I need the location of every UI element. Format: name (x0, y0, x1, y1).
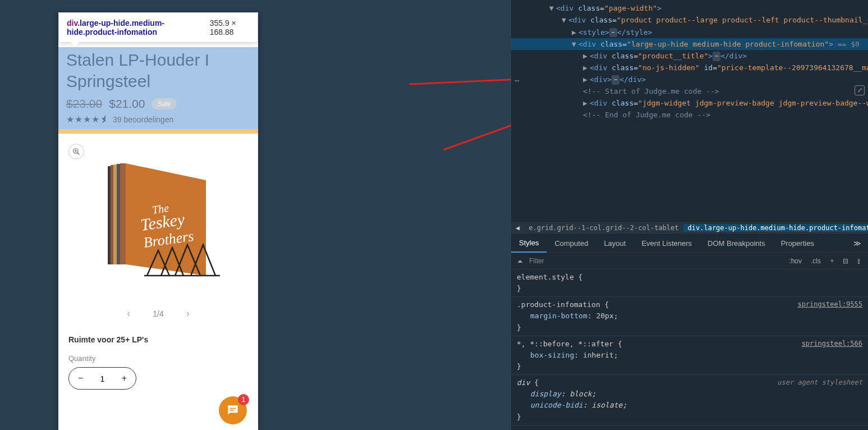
breadcrumb-item-active[interactable]: div.large-up-hide.medium-hide.product-in… (683, 224, 868, 232)
review-count: 39 beoordelingen (113, 115, 173, 124)
filter-input[interactable]: Filter (529, 257, 782, 265)
gallery-pager: ‹ 1/4 › (68, 308, 248, 319)
product-gallery: The Teskey Brothers ‹ 1/4 › (58, 134, 258, 330)
dom-node-selected[interactable]: ▼<div class="large-up-hide medium-hide p… (511, 38, 868, 50)
breadcrumb-scroll-left-icon[interactable]: ◀ (511, 224, 524, 232)
product-title: Stalen LP-Houder I Springsteel (66, 49, 250, 92)
tooltip-dimensions: 355.9 × 168.88 (210, 19, 250, 36)
sale-badge: Sale (151, 98, 176, 109)
ua-stylesheet-label: user agent stylesheet (777, 377, 862, 388)
svg-rect-8 (120, 163, 126, 264)
quantity-stepper: − 1 + (68, 367, 136, 390)
filter-icon: ⏶ (516, 257, 525, 265)
dom-node[interactable]: ▶<div>⋯</div> (511, 74, 868, 85)
svg-rect-14 (230, 410, 235, 411)
mobile-viewport: Stalen LP-Houder I Springsteel $23.00 $2… (58, 12, 258, 430)
dom-breadcrumb[interactable]: ◀ e.grid.grid--1-col.grid--2-col-tablet … (511, 221, 868, 235)
hov-toggle[interactable]: :hov (787, 257, 804, 265)
scroll-into-view-icon[interactable]: ⤢ (855, 85, 865, 95)
devtools-panel: ⋯ ⤢ ▼<div class="page-width"> ▼<div clas… (511, 0, 868, 430)
style-rule[interactable]: element.style { } (511, 269, 868, 297)
dom-comment: <!-- Start of Judge.me code --> (511, 85, 868, 97)
breadcrumb-item[interactable]: e.grid.grid--1-col.grid--2-col-tablet (524, 224, 683, 232)
dom-node[interactable]: ▶<div class="no-js-hidden" id="price-tem… (511, 62, 868, 74)
rating-row[interactable]: ★★★★⯨ 39 beoordelingen (66, 114, 250, 125)
tab-event-listeners[interactable]: Event Listeners (633, 235, 700, 253)
qty-increase-button[interactable]: + (122, 373, 127, 383)
dom-node[interactable]: ▼<div class="page-width"> (511, 2, 868, 14)
tab-styles[interactable]: Styles (511, 235, 546, 253)
inherited-from: Inherited from div.product.product--larg… (511, 426, 868, 430)
computed-toggle-icon[interactable]: ⊟ (841, 257, 850, 265)
styles-pane[interactable]: element.style { } springsteel:9555 .prod… (511, 269, 868, 430)
price-row: $23.00 $21.00 Sale (66, 97, 250, 111)
rendering-panel-icon[interactable]: ⫿ (855, 257, 864, 265)
tab-computed[interactable]: Computed (546, 235, 596, 253)
dom-comment: <!-- End of Judge.me code --> (511, 109, 868, 121)
styles-tabs: Styles Computed Layout Event Listeners D… (511, 235, 868, 253)
tooltip-selector: div.large-up-hide.medium-hide.product-in… (67, 19, 210, 36)
svg-rect-13 (230, 408, 236, 409)
dom-node[interactable]: ▼<div class="product product--large prod… (511, 14, 868, 26)
page-indicator: 1/4 (153, 309, 163, 318)
price-old: $23.00 (66, 97, 102, 111)
style-rule[interactable]: springsteel:566 *, *::before, *::after {… (511, 336, 868, 375)
tab-properties[interactable]: Properties (773, 235, 822, 253)
elements-dom-tree[interactable]: ⋯ ⤢ ▼<div class="page-width"> ▼<div clas… (511, 0, 868, 221)
styles-filter-bar: ⏶ Filter :hov .cls ＋ ⊟ ⫿ (511, 253, 868, 269)
ellipsis-icon[interactable]: ⋯ (609, 28, 617, 37)
tabs-overflow-icon[interactable]: ≫ (847, 239, 868, 248)
style-rule[interactable]: user agent stylesheet div { display: blo… (511, 375, 868, 426)
product-image[interactable]: The Teskey Brothers (80, 144, 237, 301)
svg-line-1 (77, 153, 80, 155)
quantity-label: Quantity (58, 344, 258, 367)
dom-node[interactable]: ▶<div class="product__title">⋯</div> (511, 50, 868, 62)
tab-dom-breakpoints[interactable]: DOM Breakpoints (700, 235, 773, 253)
ellipsis-icon[interactable]: ⋯ (713, 52, 720, 61)
tab-layout[interactable]: Layout (596, 235, 633, 253)
inspect-tooltip: div.large-up-hide.medium-hide.product-in… (58, 12, 258, 43)
chat-badge: 1 (238, 394, 249, 405)
next-arrow-icon[interactable]: › (186, 308, 190, 319)
inspector-highlight: Stalen LP-Houder I Springsteel $23.00 $2… (58, 47, 258, 134)
dom-node[interactable]: ▶<div class="jdgm-widget jdgm-preview-ba… (511, 97, 868, 109)
ellipsis-icon[interactable]: ⋯ (612, 75, 619, 84)
star-icons: ★★★★⯨ (66, 114, 109, 125)
prev-arrow-icon[interactable]: ‹ (127, 308, 130, 319)
dom-node[interactable]: ▶<style>⋯</style> (511, 26, 868, 38)
chat-button[interactable]: 1 (219, 396, 247, 424)
zoom-icon[interactable] (68, 144, 84, 159)
cls-toggle[interactable]: .cls (809, 257, 823, 265)
qty-value: 1 (100, 374, 104, 383)
source-link[interactable]: springsteel:9555 (797, 299, 862, 310)
dom-actions-icon[interactable]: ⋯ (515, 74, 519, 87)
product-subtitle: Ruimte voor 25+ LP's (58, 330, 258, 344)
qty-decrease-button[interactable]: − (78, 373, 83, 383)
style-rule[interactable]: springsteel:9555 .product-infomation { m… (511, 297, 868, 336)
price-current: $21.00 (109, 97, 145, 111)
new-style-rule-icon[interactable]: ＋ (828, 256, 837, 266)
source-link[interactable]: springsteel:566 (802, 338, 862, 349)
